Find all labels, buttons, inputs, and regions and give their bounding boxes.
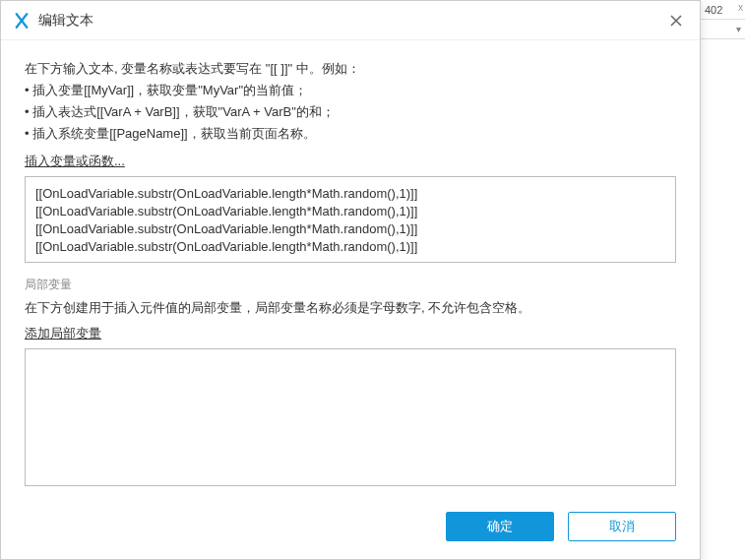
dialog-content: 在下方输入文本, 变量名称或表达式要写在 "[[ ]]" 中。例如： • 插入变… — [1, 40, 700, 500]
instruction-line-3: • 插入系统变量[[PageName]]，获取当前页面名称。 — [25, 123, 676, 145]
cancel-button[interactable]: 取消 — [568, 512, 676, 541]
ruler-axis-label: x — [738, 2, 743, 13]
edit-text-dialog: 编辑文本 在下方输入文本, 变量名称或表达式要写在 "[[ ]]" 中。例如： … — [0, 0, 701, 560]
expression-line: [[OnLoadVariable.substr(OnLoadVariable.l… — [35, 203, 665, 220]
close-button[interactable] — [664, 9, 688, 32]
dialog-footer: 确定 取消 — [1, 500, 700, 559]
expression-line: [[OnLoadVariable.substr(OnLoadVariable.l… — [35, 238, 665, 256]
dialog-title: 编辑文本 — [38, 12, 664, 30]
local-variables-list[interactable] — [25, 348, 676, 486]
instruction-line-2: • 插入表达式[[VarA + VarB]]，获取"VarA + VarB"的和… — [25, 101, 676, 123]
close-icon — [670, 15, 682, 27]
insert-variable-link[interactable]: 插入变量或函数... — [25, 153, 676, 170]
instruction-line-1: • 插入变量[[MyVar]]，获取变量"MyVar"的当前值； — [25, 80, 676, 101]
local-variables-description: 在下方创建用于插入元件值的局部变量，局部变量名称必须是字母数字, 不允许包含空格… — [25, 297, 676, 319]
instruction-intro: 在下方输入文本, 变量名称或表达式要写在 "[[ ]]" 中。例如： — [25, 58, 676, 80]
ruler-value: 402 — [705, 4, 722, 16]
add-local-variable-link[interactable]: 添加局部变量 — [25, 325, 676, 342]
local-variables-label: 局部变量 — [25, 277, 676, 293]
ok-button[interactable]: 确定 — [446, 512, 554, 541]
expression-line: [[OnLoadVariable.substr(OnLoadVariable.l… — [35, 185, 665, 203]
right-toolbar: ▾ — [701, 20, 745, 39]
app-logo-icon — [13, 12, 31, 30]
dialog-titlebar: 编辑文本 — [1, 1, 700, 40]
expression-textarea[interactable]: [[OnLoadVariable.substr(OnLoadVariable.l… — [25, 176, 676, 263]
chevron-down-icon[interactable]: ▾ — [736, 24, 741, 34]
ruler-segment: 402 x — [701, 0, 745, 20]
expression-line: [[OnLoadVariable.substr(OnLoadVariable.l… — [35, 220, 665, 238]
